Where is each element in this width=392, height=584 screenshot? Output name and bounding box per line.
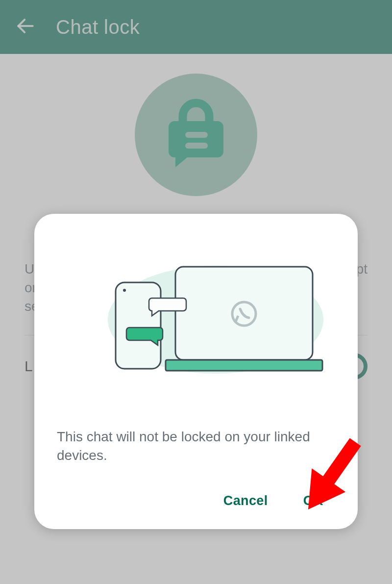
linked-devices-dialog: This chat will not be locked on your lin… [34,214,358,529]
svg-rect-4 [175,267,313,360]
dialog-illustration [57,236,335,393]
svg-rect-7 [116,282,161,369]
dialog-actions: Cancel OK [57,493,335,514]
svg-point-8 [123,289,126,292]
dialog-message: This chat will not be locked on your lin… [57,428,335,465]
ok-button[interactable]: OK [303,493,323,508]
cancel-button[interactable]: Cancel [223,493,268,508]
svg-rect-5 [166,360,322,371]
